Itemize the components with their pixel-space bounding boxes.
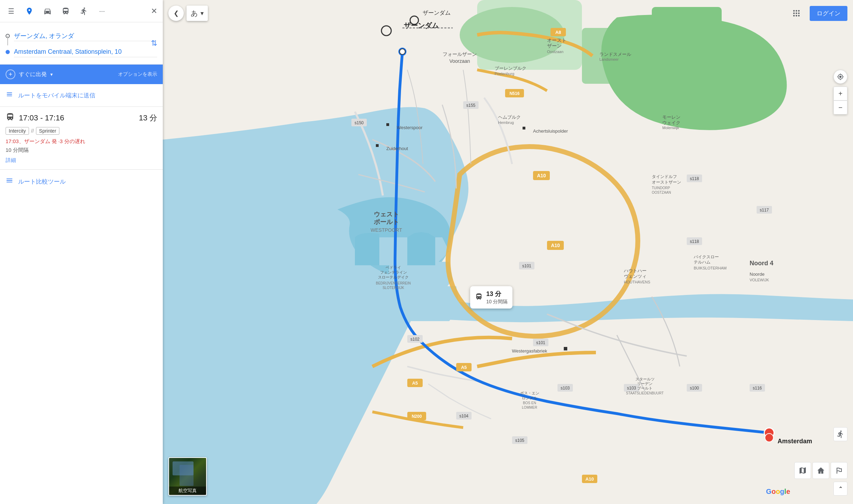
map-background: A10 A10 A8 A5 A5 N516 N200 s150 s155 s10… xyxy=(163,0,853,504)
svg-text:s118: s118 xyxy=(690,239,699,244)
svg-rect-67 xyxy=(376,144,379,147)
svg-text:ポールト: ポールト xyxy=(374,218,399,225)
svg-text:BOS EN: BOS EN xyxy=(523,401,536,405)
svg-text:ヘムブルク: ヘムブルク xyxy=(498,114,521,120)
tag-separator: // xyxy=(31,128,34,134)
top-right-controls: ログイン xyxy=(789,6,847,21)
pegman-button[interactable] xyxy=(833,427,847,441)
route-frequency: 10 分間隔 xyxy=(6,147,157,154)
intercity-tag: Intercity xyxy=(6,127,29,135)
svg-rect-74 xyxy=(523,127,525,129)
svg-text:s101: s101 xyxy=(536,340,545,345)
send-label: ルートをモバイル端末に送信 xyxy=(18,91,95,99)
layer-controls xyxy=(794,462,847,479)
svg-text:Noord 4: Noord 4 xyxy=(750,260,773,267)
google-apps-button[interactable] xyxy=(789,6,804,21)
route-time-text: 17:03 - 17:16 xyxy=(19,113,64,123)
svg-text:s116: s116 xyxy=(753,386,762,391)
satellite-layer-button[interactable] xyxy=(812,462,829,479)
map-area[interactable]: A10 A10 A8 A5 A5 N516 N200 s150 s155 s10… xyxy=(163,0,853,504)
send-icon xyxy=(6,90,13,100)
lang-text: あ xyxy=(191,9,198,18)
svg-text:s105: s105 xyxy=(515,438,524,443)
bubble-duration: 13 分 xyxy=(486,290,508,298)
swap-button[interactable]: ⇅ xyxy=(151,39,157,48)
route-detail-link[interactable]: 詳細 xyxy=(6,157,157,164)
bus-mode-icon[interactable] xyxy=(60,6,71,17)
time-dropdown[interactable]: ▾ xyxy=(50,72,53,77)
bubble-transit-icon xyxy=(475,293,483,302)
svg-text:s155: s155 xyxy=(466,103,475,108)
zoom-in-button[interactable]: + xyxy=(833,87,847,101)
svg-text:TUINDORP: TUINDORP xyxy=(652,186,670,190)
svg-text:テルハム: テルハム xyxy=(694,260,710,265)
svg-text:VOLEWIJK: VOLEWIJK xyxy=(750,278,769,282)
sprinter-tag: Sprinter xyxy=(36,127,59,135)
svg-text:s118: s118 xyxy=(690,176,699,181)
send-route-button[interactable]: ルートをモバイル端末に送信 xyxy=(0,84,163,107)
svg-text:フォールザーン: フォールザーン xyxy=(443,51,477,57)
top-nav: ☰ ··· ✕ xyxy=(0,0,163,22)
svg-text:ザーン: ザーン xyxy=(547,43,562,49)
compare-label: ルート比較ツール xyxy=(18,178,66,186)
transit-mode-icon[interactable] xyxy=(24,6,35,17)
menu-icon[interactable]: ☰ xyxy=(6,6,17,17)
svg-text:フェンテライン: フェンテライン xyxy=(380,270,407,274)
svg-text:Amsterdam: Amsterdam xyxy=(778,438,812,445)
walk-mode-icon[interactable] xyxy=(78,6,89,17)
left-panel: ☰ ··· ✕ ⇅ + すぐに出発 ▾ xyxy=(0,0,163,504)
satellite-label: 航空写真 xyxy=(169,487,206,495)
svg-text:HOUTHAVENS: HOUTHAVENS xyxy=(624,280,650,284)
svg-text:WESTPOORT: WESTPOORT xyxy=(371,227,402,233)
svg-text:モーレン: モーレン xyxy=(662,114,680,120)
svg-text:s103: s103 xyxy=(627,386,636,391)
svg-text:s103: s103 xyxy=(561,386,570,391)
svg-text:s101: s101 xyxy=(522,264,531,268)
origin-row xyxy=(6,28,157,44)
zoom-out-button[interactable]: − xyxy=(833,101,847,114)
map-back-button[interactable]: ❮ xyxy=(168,6,184,21)
time-bar: + すぐに出発 ▾ オプションを表示 xyxy=(0,65,163,84)
svg-text:N200: N200 xyxy=(412,414,422,419)
svg-text:Hembrug: Hembrug xyxy=(498,120,514,125)
login-button[interactable]: ログイン xyxy=(810,6,847,21)
destination-input[interactable] xyxy=(14,47,157,57)
svg-text:Molenwijk: Molenwijk xyxy=(662,126,679,130)
my-location-button[interactable] xyxy=(833,70,847,84)
svg-text:リーデン: リーデン xyxy=(637,381,652,386)
svg-text:A10: A10 xyxy=(537,173,546,178)
car-mode-icon[interactable] xyxy=(42,6,53,17)
satellite-thumbnail[interactable]: 航空写真 xyxy=(168,457,207,496)
more-icon[interactable]: ··· xyxy=(96,6,108,17)
add-stop-button[interactable]: + xyxy=(6,69,15,79)
destination-dot xyxy=(6,50,10,54)
depart-label: すぐに出発 xyxy=(19,71,47,78)
options-link[interactable]: オプションを表示 xyxy=(118,71,157,77)
svg-text:SLOTERDIJK: SLOTERDIJK xyxy=(382,286,404,290)
lang-dropdown-icon: ▾ xyxy=(201,9,204,17)
compare-tool-button[interactable]: ルート比較ツール xyxy=(0,170,163,193)
svg-point-7 xyxy=(400,49,405,54)
svg-text:A5: A5 xyxy=(461,365,467,370)
map-layer-button[interactable] xyxy=(794,462,811,479)
compare-icon xyxy=(6,177,13,186)
svg-text:s100: s100 xyxy=(690,386,699,391)
svg-text:s117: s117 xyxy=(760,208,769,213)
terrain-layer-button[interactable] xyxy=(831,462,847,479)
zoom-controls: + − xyxy=(833,87,847,114)
map-bottom-right: ⌃ xyxy=(794,462,847,496)
svg-rect-65 xyxy=(386,123,389,126)
origin-input[interactable] xyxy=(14,31,157,41)
bubble-frequency: 10 分間隔 xyxy=(486,299,508,305)
transit-result-icon xyxy=(6,112,15,124)
svg-text:A8: A8 xyxy=(555,30,561,35)
svg-text:Poelenburg: Poelenburg xyxy=(495,72,514,76)
svg-text:Achertsluispolder: Achertsluispolder xyxy=(533,128,568,134)
svg-point-107 xyxy=(765,433,773,442)
close-icon[interactable]: ✕ xyxy=(151,7,157,16)
svg-text:Noorde: Noorde xyxy=(750,272,765,277)
expand-button[interactable]: ⌃ xyxy=(833,482,847,496)
route-inputs: ⇅ xyxy=(0,22,163,65)
map-language-button[interactable]: あ ▾ xyxy=(187,6,208,21)
route-duration: 13 分 xyxy=(139,113,157,123)
